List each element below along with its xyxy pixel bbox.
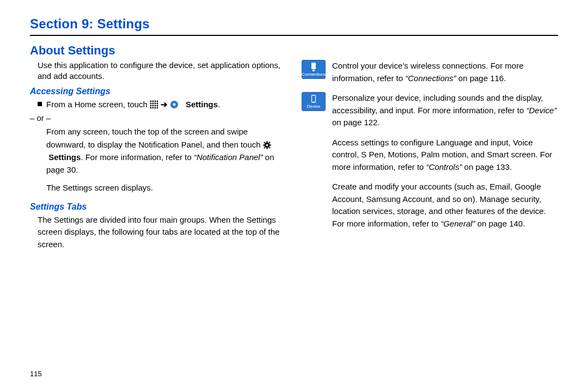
svg-line-25 — [269, 147, 270, 148]
page-number: 115 — [30, 370, 42, 378]
divider — [30, 35, 558, 36]
svg-point-3 — [155, 100, 156, 102]
ref-general: “General” — [440, 219, 475, 228]
svg-point-9 — [150, 105, 152, 106]
svg-point-14 — [152, 107, 154, 108]
svg-point-4 — [157, 100, 158, 102]
settings-screen-displays: The Settings screen displays. — [46, 181, 286, 194]
svg-point-7 — [155, 102, 156, 104]
settings-label: Settings — [186, 100, 218, 109]
svg-point-15 — [155, 107, 156, 108]
tab-controls: Access settings to configure Language an… — [302, 137, 558, 174]
or-label: – or – — [30, 112, 286, 124]
settings-tabs-intro: The Settings are divided into four main … — [38, 214, 286, 251]
text-fragment: Personalize your device, including sound… — [332, 93, 543, 115]
bullet-access-panel: From any screen, touch the top of the sc… — [46, 125, 286, 176]
svg-point-1 — [150, 100, 152, 102]
svg-point-10 — [152, 105, 154, 106]
tab-device: Device Personalize your device, includin… — [302, 92, 558, 129]
svg-point-2 — [152, 100, 154, 102]
text-fragment: on page 133. — [462, 162, 512, 171]
connections-icon: Connections — [302, 60, 326, 79]
gear-icon — [170, 100, 179, 109]
settings-label: Settings — [48, 152, 81, 162]
svg-point-11 — [155, 105, 156, 106]
svg-line-27 — [269, 142, 270, 143]
svg-point-28 — [266, 144, 268, 146]
settings-tabs-heading: Settings Tabs — [30, 202, 286, 212]
svg-point-32 — [313, 101, 314, 102]
svg-point-5 — [150, 102, 152, 104]
tab-general: Create and modify your accounts (such as… — [302, 181, 558, 230]
svg-point-12 — [157, 105, 158, 106]
about-settings-heading: About Settings — [30, 44, 558, 58]
period: . — [218, 100, 220, 109]
ref-connections: “Connections” — [405, 74, 456, 83]
spacer — [181, 100, 183, 109]
about-intro-text: Use this application to configure the de… — [30, 60, 286, 82]
text-fragment: From a Home screen, touch — [46, 100, 150, 109]
bullet-icon — [38, 102, 42, 106]
svg-rect-30 — [313, 70, 315, 71]
text-fragment: on page 122. — [332, 118, 380, 127]
text-fragment: on page 116. — [456, 74, 506, 83]
arrow-icon: ➔ — [161, 100, 170, 109]
ref-notification-panel: “Notification Panel” — [194, 152, 263, 162]
text-fragment: on page 140. — [475, 219, 525, 228]
section-title: Section 9: Settings — [30, 16, 558, 32]
svg-line-26 — [264, 147, 265, 148]
bullet-access-home: From a Home screen, touch ➔ — [38, 99, 286, 111]
svg-line-24 — [264, 142, 265, 143]
ref-device: “Device” — [526, 106, 557, 115]
svg-rect-29 — [311, 63, 316, 69]
svg-point-6 — [152, 102, 154, 104]
ref-controls: “Controls” — [426, 162, 462, 171]
text-fragment: . For more information, refer to — [81, 152, 194, 162]
svg-point-8 — [157, 102, 158, 104]
svg-point-16 — [157, 107, 158, 108]
icon-label: Connections — [302, 72, 326, 77]
gear-icon — [263, 141, 271, 149]
tab-connections: Connections Control your device’s wirele… — [302, 60, 558, 84]
icon-label: Device — [307, 105, 320, 109]
apps-grid-icon — [150, 100, 158, 109]
svg-point-13 — [150, 107, 152, 108]
svg-point-18 — [173, 103, 176, 106]
device-icon: Device — [302, 92, 326, 111]
text-fragment: From any screen, touch the top of the sc… — [46, 127, 263, 149]
accessing-settings-heading: Accessing Settings — [30, 87, 286, 96]
